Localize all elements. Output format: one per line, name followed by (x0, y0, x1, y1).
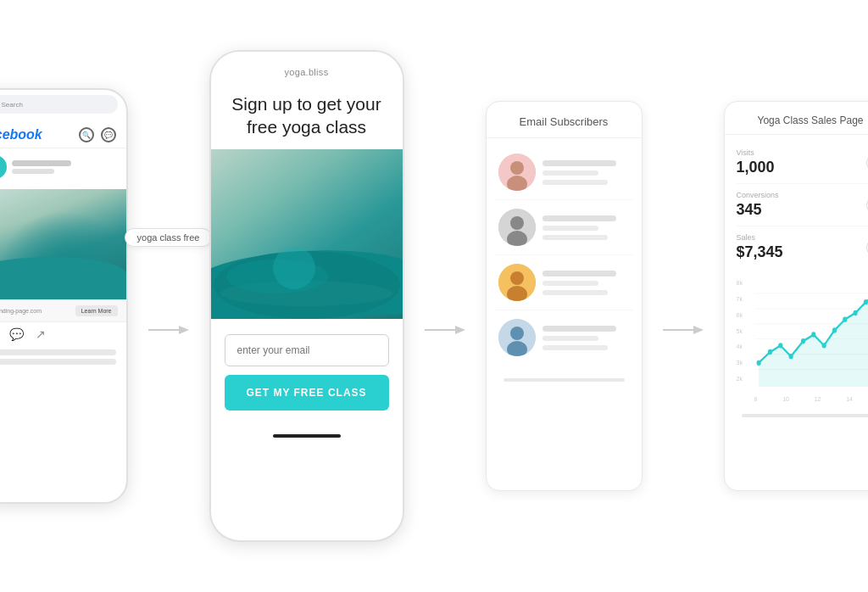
svg-point-4 (273, 247, 315, 289)
lp-hands-svg (211, 149, 403, 319)
chart-x-label-1: 8 (754, 396, 758, 402)
fb-search-bar[interactable]: 🔍 Search (0, 95, 118, 114)
fb-url-text: your-landing-page.com (0, 308, 42, 314)
avatar-face-1 (498, 154, 536, 191)
lp-cta-button[interactable]: GET MY FREE CLASS (225, 375, 389, 410)
email-subscribers-panel: Email Subscribers (486, 101, 643, 491)
lp-email-input[interactable] (225, 334, 389, 366)
subscriber-item (495, 200, 633, 255)
chart-point (800, 338, 804, 343)
arrow-2-svg (425, 321, 465, 338)
chart-y-label-6: 7k (737, 296, 743, 302)
subscribers-panel-title: Email Subscribers (520, 115, 609, 128)
metric-sales-value: $7,345 (737, 243, 866, 261)
subscriber-avatar-4 (498, 319, 536, 356)
sub-detail-line (542, 170, 599, 176)
avatar-face-4 (498, 319, 536, 356)
chart-point (853, 310, 857, 316)
sales-metrics-container: Visits 1,000 + Conversions 345 + Sales $… (725, 135, 869, 271)
fb-post-user-row (0, 155, 116, 179)
arrow-connector-1: yoga class free (143, 254, 194, 338)
metric-conversions-label: Conversions (737, 191, 866, 199)
sub-detail-line-2 (542, 345, 608, 350)
chart-point (843, 316, 847, 321)
chart-point (788, 354, 793, 359)
fb-username-line (12, 160, 71, 166)
arrow-connector-3 (658, 254, 709, 338)
metric-sales-info: Sales $7,345 (737, 233, 866, 261)
subscriber-avatar-1 (498, 154, 536, 191)
fb-logo: facebook (0, 127, 42, 142)
chart-x-label-2: 10 (782, 396, 789, 402)
subscriber-item (495, 145, 633, 200)
fb-post-avatar (0, 155, 7, 179)
chart-point (811, 332, 815, 337)
arrow-1-svg (148, 321, 189, 338)
chart-y-label-4: 5k (737, 328, 743, 334)
fb-content-line-2 (0, 359, 116, 365)
chart-svg-container (754, 278, 869, 387)
metric-visits-info: Visits 1,000 (737, 148, 866, 176)
fb-user-info (12, 160, 71, 174)
chart-x-labels: 8 10 12 14 16 (754, 396, 869, 402)
sub-name-line (542, 215, 617, 221)
fb-ad-image (0, 189, 126, 299)
svg-point-8 (510, 161, 524, 175)
subscriber-item (495, 255, 633, 310)
metric-sales-row: Sales $7,345 × (737, 226, 869, 268)
fb-ad-bottom-bar: your-landing-page.com Learn More (0, 299, 126, 321)
fb-search-icon-btn[interactable]: 🔍 (79, 127, 94, 142)
keyword-tag: yoga class free (125, 228, 213, 247)
chart-point (778, 343, 782, 348)
avatar-face-3 (498, 264, 536, 301)
main-scene: 🔍 Search facebook 🔍 💬 (0, 16, 868, 576)
fb-share-icon[interactable]: ↗ (36, 327, 46, 341)
chart-y-labels: 2k 3k 4k 5k 6k 7k 8k (737, 280, 743, 382)
landing-page-phone-mockup: yoga.bliss Sign up to get your free yoga… (209, 50, 404, 542)
chart-point (821, 343, 826, 348)
arrow-connector-2 (420, 254, 470, 338)
sales-panel-header: Yoga Class Sales Page (725, 102, 869, 135)
fb-comment-icon[interactable]: 💬 (9, 327, 24, 341)
sales-chart-area: 2k 3k 4k 5k 6k 7k 8k (725, 271, 869, 407)
lp-form: GET MY FREE CLASS (211, 319, 403, 421)
fb-mat-shape (0, 257, 126, 299)
sales-scroll-bar (742, 414, 869, 417)
sub-detail-line (542, 226, 599, 231)
subscriber-avatar-3 (498, 264, 536, 301)
chart-x-label-3: 12 (815, 396, 821, 402)
lp-domain: yoga.bliss (285, 67, 329, 77)
subscribers-panel-header: Email Subscribers (487, 102, 642, 138)
lp-headline-line1: Sign up to get your (231, 94, 381, 114)
subscribers-scroll-bar (504, 378, 625, 382)
sales-page-panel: Yoga Class Sales Page Visits 1,000 + Con… (724, 101, 869, 491)
fb-header: facebook 🔍 💬 (0, 119, 126, 148)
svg-point-11 (510, 216, 524, 230)
sub-detail-line-2 (542, 180, 608, 185)
fb-search-placeholder: Search (2, 101, 23, 109)
chart-x-label-4: 14 (846, 396, 853, 402)
fb-messenger-icon[interactable]: 💬 (101, 127, 116, 142)
svg-point-14 (510, 271, 524, 285)
subscriber-info-3 (542, 271, 630, 295)
fb-learn-more-button[interactable]: Learn More (75, 305, 118, 316)
subscriber-item (495, 310, 633, 365)
chart-point (832, 327, 836, 332)
lp-top-bar: yoga.bliss (211, 52, 403, 84)
fb-content-line-1 (0, 349, 116, 355)
lp-hero-image (211, 149, 403, 319)
facebook-phone-mockup: 🔍 Search facebook 🔍 💬 (0, 88, 128, 504)
chart-y-label-5: 6k (737, 312, 743, 318)
fb-timestamp-line (12, 169, 54, 174)
chart-y-label-3: 4k (737, 343, 743, 349)
svg-marker-1 (179, 326, 189, 334)
avatar-face-2 (498, 209, 536, 246)
fb-header-icons: 🔍 💬 (79, 127, 116, 142)
metric-visits-value: 1,000 (737, 159, 866, 176)
subscriber-info-1 (542, 160, 630, 185)
svg-point-17 (510, 327, 524, 340)
sub-detail-line-2 (542, 290, 608, 295)
metric-visits-label: Visits (737, 148, 866, 157)
subscriber-info-4 (542, 326, 630, 350)
line-chart-svg (754, 278, 869, 387)
